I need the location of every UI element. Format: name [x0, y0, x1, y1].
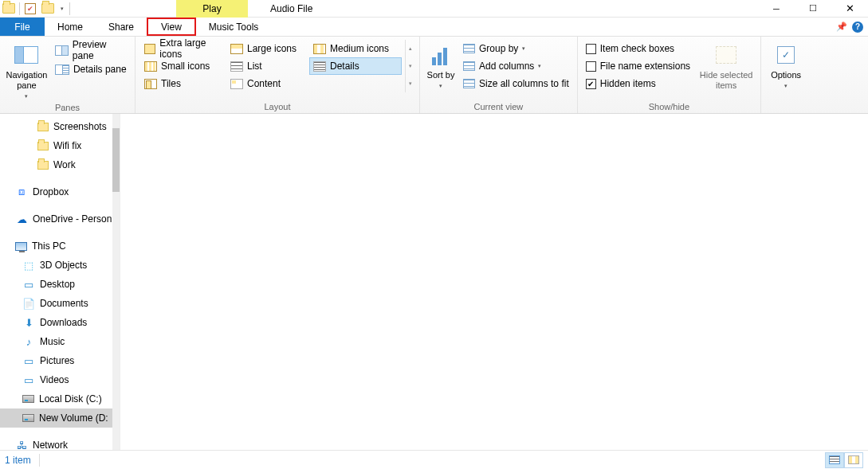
sidebar-item-screenshots[interactable]: Screenshots — [0, 117, 120, 136]
tab-share[interactable]: Share — [96, 18, 147, 36]
large-icons-icon — [230, 44, 243, 54]
sidebar-item-work[interactable]: Work — [0, 155, 120, 174]
view-details-button[interactable] — [825, 452, 844, 468]
ribbon-group-label: Layout — [140, 100, 414, 113]
ribbon: Navigation pane ▾ Preview pane Details p… — [0, 37, 868, 114]
documents-icon: 📄 — [22, 297, 35, 310]
sidebar-item-pictures[interactable]: ▭Pictures — [0, 351, 120, 370]
sidebar-item-music[interactable]: ♪Music — [0, 332, 120, 351]
medium-icons-icon — [313, 44, 326, 54]
sort-by-button[interactable]: Sort by ▾ — [425, 40, 457, 90]
layout-extra-large-icons[interactable]: Extra large icons — [140, 40, 226, 57]
chevron-down-icon: ▾ — [61, 6, 64, 12]
title-bar: ✔ ▾ Play Audio File — [0, 0, 868, 18]
quick-access-toolbar: ✔ ▾ — [0, 0, 72, 17]
checkbox-icon — [586, 61, 596, 72]
preview-pane-button[interactable]: Preview pane — [52, 41, 130, 59]
folder-icon — [37, 161, 49, 170]
checkbox-icon — [586, 44, 596, 54]
small-icons-icon — [144, 61, 157, 72]
layout-small-icons[interactable]: Small icons — [140, 57, 226, 75]
size-all-columns-button[interactable]: Size all columns to fit — [460, 75, 572, 92]
hide-selected-items-button[interactable]: Hide selected items — [697, 40, 756, 91]
layout-scroller: ▴ ▾ ▾ — [405, 40, 414, 92]
sidebar-item-new-volume[interactable]: New Volume (D: — [0, 408, 120, 428]
context-tab-play[interactable]: Play — [176, 0, 248, 18]
window-controls — [758, 0, 868, 18]
options-button[interactable]: Options ▾ — [766, 40, 806, 90]
details-pane-button[interactable]: Details pane — [52, 61, 130, 78]
scroll-up[interactable]: ▴ — [406, 40, 414, 57]
folder-icon — [41, 3, 54, 14]
sidebar-item-documents[interactable]: 📄Documents — [0, 294, 120, 313]
sidebar-item-wifi-fix[interactable]: Wifi fix — [0, 136, 120, 155]
layout-medium-icons[interactable]: Medium icons — [309, 40, 402, 57]
navigation-pane-icon — [14, 46, 38, 64]
ribbon-tabs: File Home Share View Music Tools 📌 ? — [0, 18, 868, 37]
sort-icon — [430, 45, 451, 65]
sidebar-item-downloads[interactable]: ⬇Downloads — [0, 313, 120, 332]
status-bar: 1 item — [0, 450, 868, 469]
ribbon-group-layout: Extra large icons Large icons Medium ico… — [136, 37, 420, 113]
sidebar-item-desktop[interactable]: ▭Desktop — [0, 275, 120, 294]
group-by-button[interactable]: Group by▾ — [460, 40, 572, 57]
folder-icon — [2, 3, 15, 14]
navigation-pane-button[interactable]: Navigation pane ▾ — [5, 40, 49, 100]
chevron-down-icon: ▾ — [439, 83, 442, 89]
hdd-icon — [22, 414, 34, 422]
file-name-extensions-toggle[interactable]: File name extensions — [583, 57, 693, 75]
network-icon: 🖧 — [15, 439, 28, 450]
hidden-items-toggle[interactable]: Hidden items — [583, 75, 693, 92]
pin-icon[interactable]: 📌 — [836, 21, 847, 32]
sidebar-item-videos[interactable]: ▭Videos — [0, 370, 120, 389]
cloud-icon: ☁ — [15, 213, 28, 225]
status-item-count: 1 item — [5, 455, 31, 466]
item-check-boxes-toggle[interactable]: Item check boxes — [583, 40, 693, 57]
pc-icon — [15, 242, 27, 251]
sidebar-item-3d-objects[interactable]: ⬚3D Objects — [0, 256, 120, 275]
pictures-icon: ▭ — [22, 354, 35, 367]
hdd-icon — [22, 395, 34, 403]
layout-details[interactable]: Details — [309, 57, 402, 75]
resize-columns-icon — [463, 79, 475, 88]
add-columns-button[interactable]: Add columns▾ — [460, 57, 572, 75]
layout-large-icons[interactable]: Large icons — [226, 40, 309, 57]
tab-file[interactable]: File — [0, 18, 45, 36]
qat-folder1[interactable] — [0, 0, 18, 18]
window-title: Audio File — [270, 3, 312, 14]
sidebar-item-network[interactable]: 🖧Network — [0, 436, 120, 450]
sidebar-item-dropbox[interactable]: ⧈Dropbox — [0, 182, 120, 201]
scroll-down[interactable]: ▾ — [406, 57, 414, 75]
qat-customize[interactable]: ▾ — [57, 0, 68, 18]
sidebar-scroll-thumb[interactable] — [112, 128, 120, 192]
dropbox-icon: ⧈ — [15, 186, 28, 198]
sidebar-item-local-disk[interactable]: Local Disk (C:) — [0, 389, 120, 408]
scroll-more[interactable]: ▾ — [406, 75, 414, 92]
maximize-button[interactable] — [795, 0, 831, 18]
sidebar-item-onedrive[interactable]: ☁OneDrive - Person — [0, 209, 120, 229]
tab-music-tools[interactable]: Music Tools — [196, 18, 271, 36]
tab-home[interactable]: Home — [45, 18, 96, 36]
ribbon-group-show-hide: Item check boxes File name extensions Hi… — [578, 37, 761, 113]
sidebar-item-this-pc[interactable]: This PC — [0, 236, 120, 256]
main-area: Screenshots Wifi fix Work ⧈Dropbox ☁OneD… — [0, 114, 868, 450]
tab-view[interactable]: View — [147, 18, 196, 36]
help-icon[interactable]: ? — [852, 21, 863, 33]
view-thumbnails-button[interactable] — [844, 452, 863, 468]
qat-separator — [19, 2, 20, 15]
qat-folder2[interactable] — [39, 0, 57, 18]
chevron-down-icon: ▾ — [522, 45, 525, 52]
layout-tiles[interactable]: Tiles — [140, 75, 226, 92]
desktop-icon: ▭ — [22, 278, 35, 291]
extra-large-icons-icon — [144, 44, 155, 54]
layout-list[interactable]: List — [226, 57, 309, 75]
content-pane[interactable] — [120, 114, 868, 450]
layout-content[interactable]: Content — [226, 75, 309, 92]
preview-pane-label: Preview pane — [73, 39, 127, 61]
cube-icon: ⬚ — [22, 259, 35, 272]
close-button[interactable] — [831, 0, 868, 18]
minimize-button[interactable] — [758, 0, 795, 18]
preview-pane-icon — [55, 45, 69, 56]
thumbnails-icon — [848, 455, 859, 464]
qat-properties[interactable]: ✔ — [22, 0, 39, 18]
